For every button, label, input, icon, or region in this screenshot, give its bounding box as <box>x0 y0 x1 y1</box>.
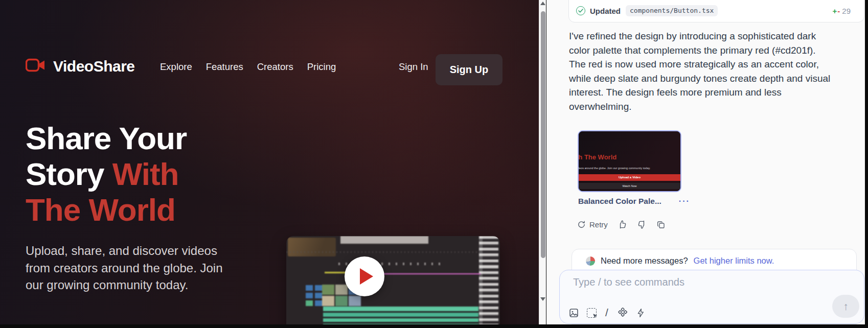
assistant-message: I've refined the design by introducing a… <box>569 29 868 113</box>
hero-subtitle: Upload, share, and discover videos from … <box>26 242 237 294</box>
composer-toolbar: / <box>568 307 646 319</box>
send-arrow-icon: ↑ <box>843 300 849 313</box>
site-preview-panel: VideoShare Explore Features Creators Pri… <box>0 0 539 324</box>
version-menu-button[interactable]: ··· <box>679 199 690 204</box>
site-nav: Explore Features Creators Pricing <box>160 61 336 73</box>
attach-image-button[interactable] <box>568 308 579 318</box>
version-title: Balanced Color Pale... <box>578 197 661 206</box>
thumbnail-primary-button: Upload a Video <box>579 174 680 181</box>
thumbs-up-icon <box>618 220 627 229</box>
usage-pie-icon <box>586 256 595 266</box>
slash-command-button[interactable]: / <box>604 307 609 319</box>
play-icon <box>360 268 373 285</box>
get-higher-limits-link[interactable]: Get higher limits now. <box>694 256 774 266</box>
nav-explore[interactable]: Explore <box>160 61 192 73</box>
copy-button[interactable] <box>656 220 666 229</box>
diamonds-icon <box>617 307 628 318</box>
video-editor-preview-image <box>286 236 500 324</box>
sign-in-link[interactable]: Sign In <box>399 61 428 73</box>
scrollbar-down-arrow[interactable] <box>540 297 545 301</box>
lightning-icon <box>636 308 646 318</box>
nav-features[interactable]: Features <box>206 61 243 73</box>
blocks-button[interactable] <box>617 307 628 318</box>
thumbs-down-button[interactable] <box>637 220 647 229</box>
check-circle-icon <box>576 6 585 15</box>
thumbs-up-button[interactable] <box>618 220 627 229</box>
send-button[interactable]: ↑ <box>832 295 859 318</box>
quick-actions-button[interactable] <box>636 308 646 318</box>
version-preview-thumbnail[interactable]: th The World videos around the globe. Jo… <box>578 130 681 192</box>
site-logo[interactable]: VideoShare <box>26 58 135 75</box>
nav-pricing[interactable]: Pricing <box>307 61 336 73</box>
chat-input[interactable] <box>573 276 793 288</box>
banner-text: Need more messages? <box>601 256 688 266</box>
file-chip: components/Button.tsx <box>626 5 718 16</box>
play-button[interactable] <box>345 256 384 296</box>
brand-name: VideoShare <box>53 58 135 75</box>
thumbnail-secondary-button: Watch Now <box>579 183 680 189</box>
window-right-edge <box>865 0 868 328</box>
diff-stats: +-29 <box>833 7 851 15</box>
thumbnail-screenshot: th The World videos around the globe. Jo… <box>579 131 680 191</box>
video-camera-icon <box>26 58 46 75</box>
copy-icon <box>656 220 666 229</box>
version-row: Balanced Color Pale... ··· <box>578 197 690 206</box>
sign-up-button[interactable]: Sign Up <box>436 54 502 85</box>
message-actions: Retry <box>577 220 666 229</box>
editor-screenshot <box>286 236 500 324</box>
status-label: Updated <box>590 7 621 15</box>
scrollbar-thumb[interactable] <box>541 11 545 258</box>
chat-panel: Updated components/Button.tsx +-29 I've … <box>546 0 865 324</box>
retry-button[interactable]: Retry <box>577 220 608 229</box>
window-bottom-edge <box>0 324 868 328</box>
hero-heading: Share Your Story With The World <box>26 121 187 228</box>
select-element-icon <box>587 308 597 318</box>
select-element-button[interactable] <box>587 308 597 318</box>
scrollbar-up-arrow[interactable] <box>540 2 545 5</box>
retry-icon <box>577 220 586 229</box>
composer: / ↑ <box>559 270 864 324</box>
vertical-scrollbar[interactable] <box>539 0 546 324</box>
thumbs-down-icon <box>637 220 647 229</box>
updated-file-card[interactable]: Updated components/Button.tsx +-29 <box>568 0 864 22</box>
image-icon <box>568 308 579 318</box>
nav-creators[interactable]: Creators <box>257 61 293 73</box>
